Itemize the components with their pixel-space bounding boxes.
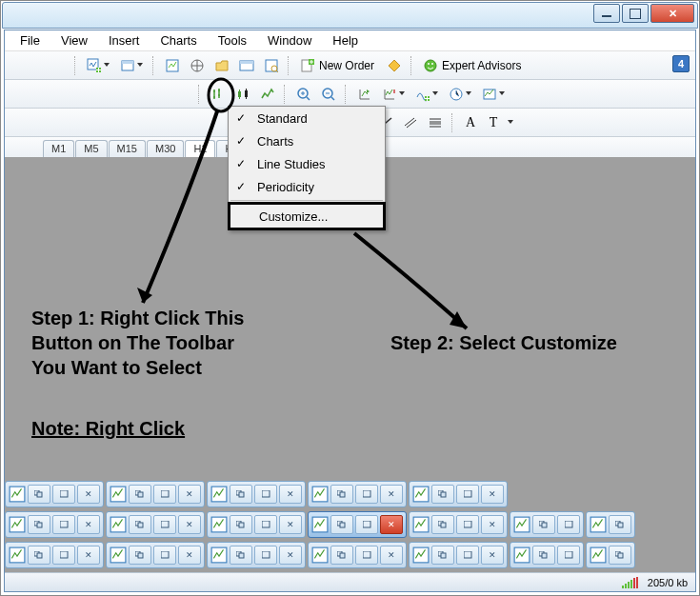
mdi-window[interactable] bbox=[510, 542, 584, 568]
mdi-minimize-button[interactable] bbox=[532, 515, 555, 534]
new-chart-button[interactable] bbox=[83, 55, 114, 76]
mdi-close-button[interactable]: ✕ bbox=[178, 485, 201, 504]
mdi-minimize-button[interactable] bbox=[230, 515, 252, 534]
mdi-minimize-button[interactable] bbox=[129, 546, 151, 565]
zoom-out-button[interactable] bbox=[317, 84, 340, 105]
mdi-window[interactable] bbox=[510, 511, 584, 538]
mdi-minimize-button[interactable] bbox=[28, 546, 50, 565]
mdi-close-button[interactable]: ✕ bbox=[481, 546, 504, 565]
timeframe-m5[interactable]: M5 bbox=[75, 140, 107, 159]
timeframe-m15[interactable]: M15 bbox=[109, 140, 146, 159]
text-button[interactable]: A bbox=[460, 112, 481, 133]
mdi-maximize-button[interactable] bbox=[355, 546, 378, 565]
metaquotes-button[interactable] bbox=[383, 55, 406, 76]
mdi-minimize-button[interactable] bbox=[330, 546, 353, 565]
mdi-close-button[interactable]: ✕ bbox=[279, 546, 302, 565]
mdi-maximize-button[interactable] bbox=[153, 546, 176, 565]
mdi-maximize-button[interactable] bbox=[355, 515, 378, 534]
mdi-close-button[interactable]: ✕ bbox=[380, 485, 403, 504]
mdi-close-button[interactable]: ✕ bbox=[481, 515, 504, 534]
new-order-button[interactable]: New Order bbox=[296, 55, 381, 76]
toolbar-grip[interactable] bbox=[345, 85, 349, 104]
mdi-maximize-button[interactable] bbox=[254, 485, 277, 504]
mdi-window[interactable]: ✕ bbox=[106, 542, 205, 568]
strategy-tester-button[interactable] bbox=[260, 55, 283, 76]
menu-window[interactable]: Window bbox=[258, 31, 321, 50]
mdi-maximize-button[interactable] bbox=[52, 546, 75, 565]
mdi-close-button[interactable]: ✕ bbox=[77, 546, 100, 565]
ctx-item-standard[interactable]: Standard bbox=[229, 107, 385, 129]
mdi-close-button[interactable]: ✕ bbox=[380, 546, 403, 565]
periods-button[interactable] bbox=[445, 84, 476, 105]
mdi-close-button[interactable]: ✕ bbox=[178, 546, 201, 565]
mdi-close-button[interactable]: ✕ bbox=[77, 515, 100, 534]
window-minimize-button[interactable] bbox=[593, 4, 620, 23]
menu-view[interactable]: View bbox=[51, 31, 97, 50]
toolbar-grip[interactable] bbox=[288, 56, 291, 75]
mdi-window[interactable]: ✕ bbox=[308, 481, 407, 507]
mdi-close-button[interactable]: ✕ bbox=[279, 515, 302, 534]
toolbar-grip[interactable] bbox=[451, 113, 455, 132]
ctx-item-customize[interactable]: Customize... bbox=[228, 202, 386, 230]
mdi-window[interactable]: ✕ bbox=[5, 511, 104, 538]
mdi-window[interactable]: ✕ bbox=[207, 511, 306, 538]
mdi-maximize-button[interactable] bbox=[153, 515, 176, 534]
mdi-minimize-button[interactable] bbox=[609, 546, 631, 565]
alert-count-badge[interactable]: 4 bbox=[672, 55, 690, 72]
mdi-close-button[interactable]: ✕ bbox=[380, 515, 403, 534]
mdi-maximize-button[interactable] bbox=[456, 515, 479, 534]
mdi-minimize-button[interactable] bbox=[129, 485, 151, 504]
mdi-maximize-button[interactable] bbox=[456, 546, 479, 565]
ctx-item-charts[interactable]: Charts bbox=[229, 129, 385, 152]
mdi-window[interactable]: ✕ bbox=[5, 542, 104, 568]
dropdown-icon[interactable] bbox=[508, 119, 514, 126]
mdi-maximize-button[interactable] bbox=[557, 515, 580, 534]
text-label-button[interactable]: T bbox=[483, 112, 504, 133]
mdi-maximize-button[interactable] bbox=[254, 515, 277, 534]
mdi-window[interactable]: ✕ bbox=[207, 481, 306, 507]
mdi-window-active[interactable]: ✕ bbox=[308, 511, 407, 538]
zoom-in-button[interactable] bbox=[292, 84, 315, 105]
ctx-item-line-studies[interactable]: Line Studies bbox=[229, 152, 385, 175]
mdi-minimize-button[interactable] bbox=[431, 485, 454, 504]
mdi-maximize-button[interactable] bbox=[52, 485, 75, 504]
toolbar-grip[interactable] bbox=[410, 56, 414, 75]
mdi-window[interactable] bbox=[586, 542, 635, 568]
menu-help[interactable]: Help bbox=[323, 31, 368, 50]
chart-shift-button[interactable] bbox=[378, 84, 410, 105]
menu-file[interactable]: File bbox=[10, 31, 50, 50]
toolbar-grip[interactable] bbox=[284, 85, 288, 104]
bar-chart-button[interactable] bbox=[207, 84, 230, 105]
auto-scroll-button[interactable] bbox=[353, 84, 376, 105]
data-window-button[interactable] bbox=[210, 55, 233, 76]
mdi-close-button[interactable]: ✕ bbox=[481, 485, 504, 504]
line-chart-button[interactable] bbox=[256, 84, 279, 105]
timeframe-m30[interactable]: M30 bbox=[147, 140, 184, 159]
window-close-button[interactable] bbox=[650, 4, 694, 23]
mdi-minimize-button[interactable] bbox=[129, 515, 151, 534]
mdi-minimize-button[interactable] bbox=[28, 485, 50, 504]
window-maximize-button[interactable] bbox=[622, 4, 649, 23]
mdi-maximize-button[interactable] bbox=[456, 485, 479, 504]
timeframe-h1[interactable]: H1 bbox=[185, 140, 215, 159]
toolbar-grip[interactable] bbox=[152, 56, 156, 75]
mdi-maximize-button[interactable] bbox=[153, 485, 176, 504]
navigator-button[interactable] bbox=[186, 55, 209, 76]
mdi-minimize-button[interactable] bbox=[230, 485, 252, 504]
mdi-window[interactable]: ✕ bbox=[409, 511, 508, 538]
menu-insert[interactable]: Insert bbox=[99, 31, 150, 50]
mdi-window[interactable] bbox=[586, 511, 635, 538]
expert-advisors-button[interactable]: Expert Advisors bbox=[419, 55, 528, 76]
mdi-close-button[interactable]: ✕ bbox=[77, 485, 100, 504]
channel-button[interactable] bbox=[399, 112, 422, 133]
profiles-button[interactable] bbox=[116, 55, 148, 76]
menu-tools[interactable]: Tools bbox=[209, 31, 256, 50]
mdi-minimize-button[interactable] bbox=[532, 546, 555, 565]
mdi-minimize-button[interactable] bbox=[230, 546, 252, 565]
toolbar-grip[interactable] bbox=[198, 85, 202, 104]
mdi-minimize-button[interactable] bbox=[431, 546, 454, 565]
mdi-maximize-button[interactable] bbox=[355, 485, 378, 504]
mdi-maximize-button[interactable] bbox=[557, 546, 580, 565]
fibonacci-button[interactable] bbox=[424, 112, 447, 133]
mdi-minimize-button[interactable] bbox=[431, 515, 454, 534]
